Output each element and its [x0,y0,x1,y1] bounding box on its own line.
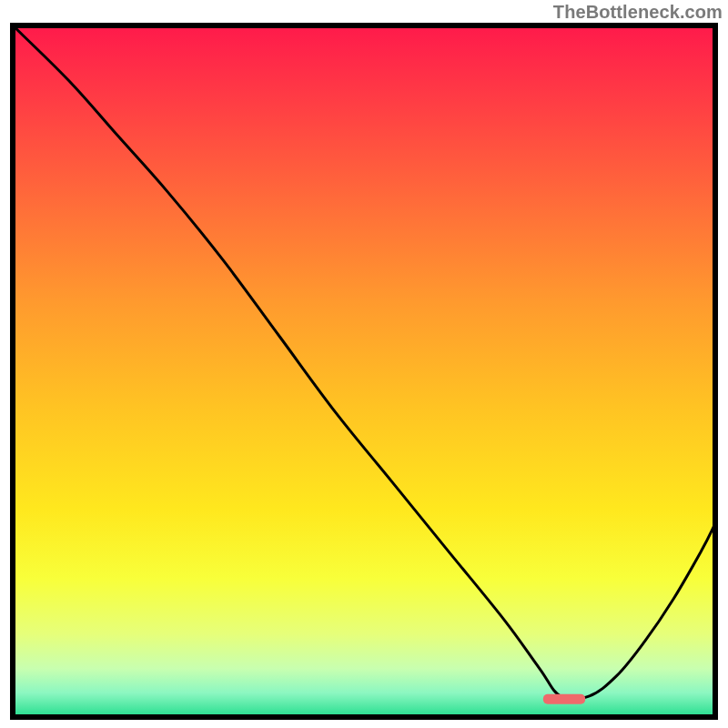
bottleneck-chart [0,0,728,728]
chart-stage: TheBottleneck.com [0,0,728,728]
gradient-background [13,25,715,717]
watermark-text: TheBottleneck.com [553,2,723,23]
plot-area [13,25,715,717]
optimum-marker [543,694,585,704]
